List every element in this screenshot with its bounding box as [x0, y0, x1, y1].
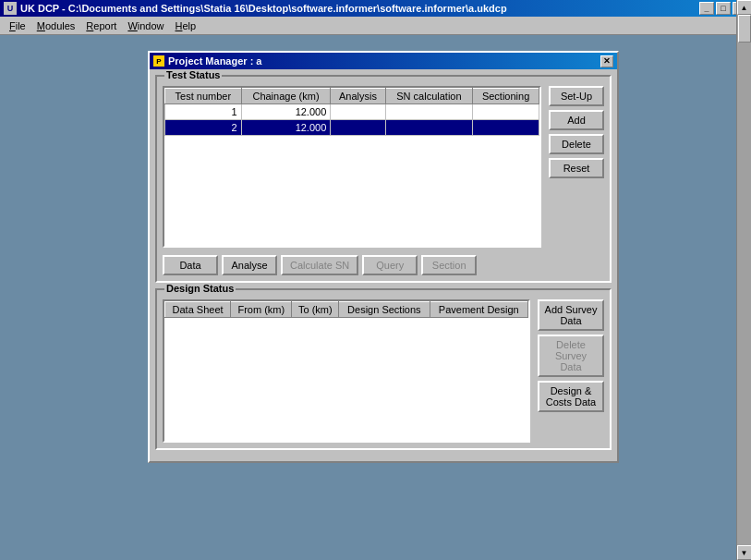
- app-icon: U: [4, 2, 17, 15]
- test-status-row: Test number Chainage (km) Analysis SN ca…: [163, 86, 604, 251]
- design-status-section: Design Status Data Sheet From (km) To (k…: [155, 288, 612, 450]
- test-status-table-container: Test number Chainage (km) Analysis SN ca…: [163, 86, 541, 248]
- test-status-section: Test Status Test number Chainage (km) An…: [155, 75, 612, 283]
- cell-chainage: 12.000: [241, 104, 331, 120]
- menu-modules[interactable]: Modules: [31, 18, 81, 33]
- col-design-sections: Design Sections: [339, 302, 430, 318]
- col-data-sheet: Data Sheet: [165, 302, 231, 318]
- scroll-track[interactable]: [737, 15, 752, 545]
- test-status-content: Test number Chainage (km) Analysis SN ca…: [157, 77, 610, 281]
- cell-sn-calc: [385, 104, 472, 120]
- col-pavement-design: Pavement Design: [430, 302, 527, 318]
- maximize-button[interactable]: □: [716, 2, 731, 15]
- cell-sectioning: [473, 104, 539, 120]
- query-button[interactable]: Query: [362, 255, 418, 275]
- main-titlebar: U UK DCP - C:\Documents and Settings\Sta…: [0, 0, 751, 17]
- add-survey-data-button[interactable]: Add Survey Data: [538, 299, 604, 331]
- col-chainage: Chainage (km): [241, 89, 331, 104]
- menu-file[interactable]: File: [4, 18, 31, 33]
- dialog-title: Project Manager : a: [168, 55, 261, 67]
- delete-button[interactable]: Delete: [549, 134, 604, 154]
- data-button[interactable]: Data: [163, 255, 218, 275]
- cell-analysis: [331, 120, 385, 136]
- design-table: Data Sheet From (km) To (km) Design Sect…: [164, 301, 528, 318]
- scroll-up-arrow[interactable]: ▲: [737, 0, 752, 15]
- col-sn-calculation: SN calculation: [385, 89, 472, 104]
- setup-button[interactable]: Set-Up: [549, 86, 604, 106]
- menu-help[interactable]: Help: [170, 18, 202, 33]
- menubar: File Modules Report Window Help: [0, 17, 751, 35]
- calculate-sn-button[interactable]: Calculate SN: [281, 255, 358, 275]
- design-status-row: Data Sheet From (km) To (km) Design Sect…: [163, 299, 604, 443]
- project-manager-dialog: P Project Manager : a ✕ Test Status Test…: [148, 51, 619, 463]
- design-costs-data-button[interactable]: Design & Costs Data: [538, 381, 604, 412]
- main-title: UK DCP - C:\Documents and Settings\Stati…: [20, 3, 507, 14]
- cell-chainage: 12.000: [241, 120, 331, 136]
- col-analysis: Analysis: [331, 89, 385, 104]
- reset-button[interactable]: Reset: [549, 158, 604, 178]
- design-status-content: Data Sheet From (km) To (km) Design Sect…: [157, 290, 610, 448]
- col-sectioning: Sectioning: [473, 89, 539, 104]
- test-status-label: Test Status: [164, 69, 222, 80]
- minimize-button[interactable]: _: [699, 2, 714, 15]
- design-side-buttons: Add Survey Data Delete Survey Data Desig…: [538, 299, 604, 443]
- cell-analysis: [331, 104, 385, 120]
- cell-test-number: 1: [165, 104, 242, 120]
- scroll-down-arrow[interactable]: ▼: [737, 545, 752, 560]
- test-table-header: Test number Chainage (km) Analysis SN ca…: [165, 89, 539, 104]
- table-row[interactable]: 2 12.000: [165, 120, 539, 136]
- design-table-header: Data Sheet From (km) To (km) Design Sect…: [165, 302, 528, 318]
- menu-report[interactable]: Report: [80, 18, 122, 33]
- col-to-km: To (km): [292, 302, 339, 318]
- test-side-buttons: Set-Up Add Delete Reset: [549, 86, 604, 251]
- col-from-km: From (km): [231, 302, 292, 318]
- add-button[interactable]: Add: [549, 110, 604, 130]
- design-header-row: Data Sheet From (km) To (km) Design Sect…: [165, 302, 528, 318]
- test-header-row: Test number Chainage (km) Analysis SN ca…: [165, 89, 539, 104]
- dialog-close-button[interactable]: ✕: [600, 55, 613, 67]
- design-table-container: Data Sheet From (km) To (km) Design Sect…: [163, 299, 530, 443]
- test-table-body: 1 12.000 2 12.000: [165, 104, 539, 136]
- cell-sectioning: [473, 120, 539, 136]
- delete-survey-data-button[interactable]: Delete Survey Data: [538, 335, 604, 377]
- table-row[interactable]: 1 12.000: [165, 104, 539, 120]
- scrollbar-right[interactable]: ▲ ▼: [736, 0, 751, 560]
- cell-sn-calc: [385, 120, 472, 136]
- cell-test-number: 2: [165, 120, 242, 136]
- dialog-titlebar: P Project Manager : a ✕: [150, 53, 617, 69]
- design-status-label: Design Status: [164, 283, 236, 294]
- scroll-thumb[interactable]: [738, 15, 751, 43]
- test-status-table: Test number Chainage (km) Analysis SN ca…: [164, 88, 539, 136]
- section-button[interactable]: Section: [421, 255, 477, 275]
- menu-window[interactable]: Window: [122, 18, 169, 33]
- analyse-button[interactable]: Analyse: [222, 255, 277, 275]
- dialog-body: Test Status Test number Chainage (km) An…: [150, 69, 617, 461]
- test-bottom-buttons: Data Analyse Calculate SN Query Section: [163, 255, 604, 275]
- dialog-icon: P: [153, 55, 164, 67]
- col-test-number: Test number: [165, 89, 242, 104]
